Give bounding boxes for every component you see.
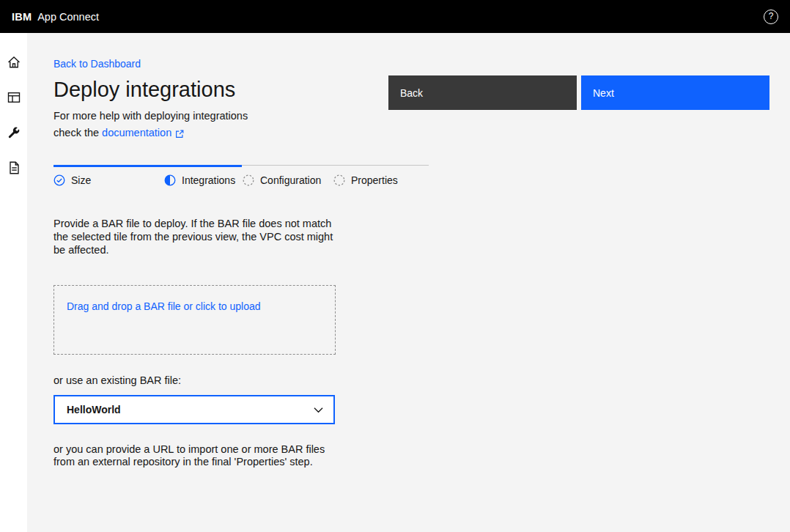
- progress-indicator: Size Integrations Configuration Prop: [53, 165, 429, 186]
- subtitle-line1: For more help with deploying integration…: [53, 108, 769, 125]
- dropzone-label: Drag and drop a BAR file or click to upl…: [67, 300, 261, 312]
- step-size[interactable]: Size: [53, 174, 164, 186]
- bar-file-dropzone[interactable]: Drag and drop a BAR file or click to upl…: [53, 285, 336, 355]
- progress-line-complete: [53, 165, 242, 167]
- step-integrations[interactable]: Integrations: [164, 174, 243, 186]
- back-to-dashboard-link[interactable]: Back to Dashboard: [53, 58, 141, 70]
- step-label: Integrations: [182, 174, 235, 186]
- help-icon[interactable]: ?: [764, 10, 778, 24]
- launch-icon: [174, 129, 185, 139]
- bar-file-description: Provide a BAR file to deploy. If the BAR…: [53, 217, 344, 256]
- subtitle-line2-prefix: check the: [53, 127, 102, 138]
- app-brand: IBM App Connect: [12, 11, 99, 23]
- documentation-link[interactable]: documentation: [102, 125, 185, 141]
- url-import-note: or you can provide a URL to import one o…: [53, 443, 333, 468]
- dropdown-selected-value: HelloWorld: [67, 404, 121, 415]
- progress-line-incomplete: [242, 165, 429, 166]
- step-properties[interactable]: Properties: [333, 174, 398, 186]
- step-incomplete-icon: [333, 174, 345, 186]
- bar-file-dropdown[interactable]: HelloWorld: [53, 395, 335, 424]
- step-label: Configuration: [260, 174, 321, 186]
- step-label: Properties: [351, 174, 398, 186]
- page-subtitle: For more help with deploying integration…: [53, 108, 769, 141]
- brand-product: App Connect: [37, 11, 99, 23]
- step-current-icon: [164, 174, 176, 186]
- step-label: Size: [71, 174, 91, 186]
- chevron-down-icon: [314, 407, 323, 413]
- main-content: Back to Dashboard Deploy integrations Fo…: [27, 33, 790, 532]
- dashboard-icon[interactable]: [7, 90, 21, 105]
- left-sidebar: [0, 33, 27, 532]
- app-header: IBM App Connect ?: [0, 0, 790, 33]
- step-complete-icon: [53, 174, 65, 186]
- existing-bar-file-label: or use an existing BAR file:: [53, 374, 769, 386]
- action-button-group: Back Next: [388, 75, 769, 110]
- progress-steps: Size Integrations Configuration Prop: [53, 174, 429, 186]
- document-icon[interactable]: [7, 160, 21, 175]
- progress-line: [53, 165, 429, 167]
- wrench-icon[interactable]: [7, 125, 21, 140]
- subtitle-line2: check the documentation: [53, 125, 769, 141]
- step-incomplete-icon: [243, 174, 254, 186]
- next-button[interactable]: Next: [581, 75, 769, 110]
- home-icon[interactable]: [7, 55, 21, 70]
- back-button[interactable]: Back: [388, 75, 577, 110]
- brand-ibm: IBM: [12, 11, 32, 23]
- step-configuration[interactable]: Configuration: [243, 174, 333, 186]
